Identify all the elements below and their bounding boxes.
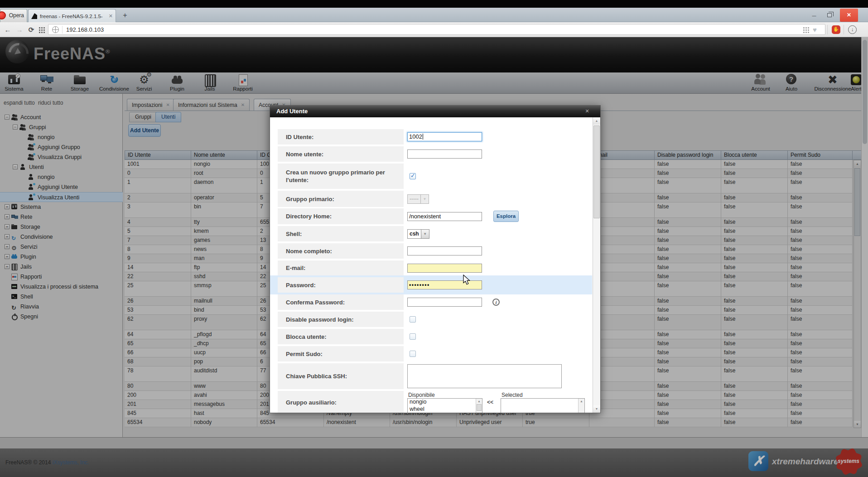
crea-un-nuovo-gruppo-primario-per-l-utente-checkbox[interactable]: [410, 173, 416, 179]
field-label: Nome utente:: [278, 146, 404, 162]
field-label-text: Conferma Password:: [278, 299, 350, 306]
field-label-text: E-mail:: [278, 264, 311, 272]
form-row-shell: Shell:csh: [270, 226, 593, 241]
browser-tab[interactable]: freenas - FreeNAS-9.2.1.5-: [28, 9, 116, 23]
field-label: Blocca utente:: [278, 329, 404, 344]
text-caret: [423, 134, 423, 140]
adblock-badge-icon[interactable]: [832, 25, 840, 34]
window-titlebar: [0, 0, 868, 8]
dialog-scrollbar[interactable]: [593, 117, 600, 413]
reload-icon[interactable]: [26, 25, 36, 34]
list-option[interactable]: nongio: [408, 399, 482, 406]
opera-logo-icon: [0, 11, 6, 19]
download-icon[interactable]: [848, 25, 857, 34]
form-row-conferma-password: Conferma Password:i: [270, 294, 593, 310]
info-icon[interactable]: i: [492, 299, 500, 306]
field-control-zone: [407, 146, 593, 162]
field-control-zone: [407, 363, 593, 389]
browse-button[interactable]: Esplora: [493, 211, 519, 222]
field-label: Password:: [278, 277, 404, 293]
permit-sudo-checkbox[interactable]: [410, 351, 416, 357]
move-left-button[interactable]: <<: [487, 399, 493, 405]
field-label-text: Disable password login:: [278, 316, 359, 323]
gruppo-primario-select[interactable]: -----: [407, 194, 429, 204]
id-utente-input[interactable]: 1002: [407, 132, 482, 141]
chevron-down-icon[interactable]: [421, 229, 429, 239]
opera-menu-button[interactable]: Opera: [0, 9, 27, 22]
tab-title: freenas - FreeNAS-9.2.1.5-: [40, 14, 106, 19]
form-row-gruppo-primario: Gruppo primario:-----: [270, 191, 593, 207]
speed-dial-icon[interactable]: [39, 27, 45, 33]
field-label-text: Directory Home:: [278, 212, 337, 220]
conferma-password-input[interactable]: [407, 298, 482, 307]
form-row-directory-home: Directory Home:/nonexistentEsplora: [270, 208, 593, 224]
mouse-cursor: [463, 275, 471, 285]
form-row-nome-utente: Nome utente:: [270, 146, 593, 162]
e-mail-input[interactable]: [407, 264, 482, 273]
select-value: -----: [407, 194, 421, 204]
listbox-scrollbar[interactable]: [578, 399, 584, 413]
freenas-favicon-icon: [31, 13, 37, 19]
form-row-blocca-utente: Blocca utente:: [270, 329, 593, 344]
field-label-text: Shell:: [278, 230, 307, 238]
field-label: Conferma Password:: [278, 294, 404, 310]
field-control-zone: [407, 260, 593, 275]
field-label: Nome completo:: [278, 243, 404, 259]
available-listbox[interactable]: nongiowheel: [407, 398, 482, 413]
field-control-zone: -----: [407, 191, 593, 207]
scrollbar-thumb[interactable]: [593, 125, 600, 218]
form-row-password: Password:••••••••: [270, 277, 593, 293]
field-control-zone: ••••••••: [407, 277, 593, 293]
form-row-nome-completo: Nome completo:: [270, 243, 593, 259]
url-text[interactable]: 192.168.0.103: [66, 26, 104, 33]
divider: [844, 25, 844, 34]
input-value: /nonexistent: [409, 213, 441, 220]
field-label: Directory Home:: [278, 208, 404, 224]
add-user-dialog: Add Utente ID Utente:1002Nome utente:Cre…: [270, 105, 601, 413]
divider: [827, 25, 828, 34]
field-control-zone: [407, 312, 593, 327]
list-option[interactable]: wheel: [408, 406, 482, 413]
window-close-button[interactable]: [840, 9, 858, 22]
extensions-grid-icon[interactable]: [803, 27, 809, 33]
select-value: csh: [407, 229, 421, 239]
scroll-up-icon[interactable]: [593, 117, 600, 125]
field-label-text: Blocca utente:: [278, 333, 332, 341]
field-label-text: Permit Sudo:: [278, 350, 328, 358]
dialog-title[interactable]: Add Utente: [270, 106, 600, 117]
shell-select[interactable]: csh: [407, 229, 429, 239]
back-icon[interactable]: [3, 25, 13, 34]
opera-menu-label: Opera: [9, 12, 24, 19]
url-field[interactable]: 192.168.0.103: [48, 24, 825, 35]
field-control-zone: [407, 243, 593, 259]
dialog-close-icon[interactable]: [584, 108, 590, 115]
window-minimize-button[interactable]: [808, 12, 820, 20]
window-restore-button[interactable]: [824, 12, 835, 20]
field-label-text: Gruppo primario:: [278, 195, 340, 203]
forward-icon[interactable]: [14, 25, 24, 34]
nome-completo-input[interactable]: [407, 246, 482, 255]
bookmark-heart-icon[interactable]: [813, 26, 817, 34]
blocca-utente-checkbox[interactable]: [410, 333, 416, 340]
selected-listbox[interactable]: [501, 398, 585, 413]
field-label-text: Nome completo:: [278, 247, 338, 255]
disable-password-login-checkbox[interactable]: [410, 316, 416, 323]
field-control-zone: [407, 346, 593, 361]
tab-close-icon[interactable]: [109, 13, 113, 19]
scroll-down-icon[interactable]: [593, 405, 600, 413]
new-tab-button[interactable]: [120, 11, 130, 20]
chevron-down-icon[interactable]: [421, 194, 429, 204]
available-label: Disponibile: [408, 392, 435, 398]
field-control-zone: [407, 164, 593, 189]
field-control-zone: Disponibilenongiowheel<<Selected: [407, 391, 593, 413]
field-control-zone: [407, 329, 593, 344]
form-row-chiave-pubblica-ssh: Chiave Pubblica SSH:: [270, 363, 593, 389]
field-label-text: Chiave Pubblica SSH:: [278, 372, 352, 380]
scrollbar-thumb[interactable]: [477, 404, 482, 411]
field-label: Shell:: [278, 226, 404, 241]
directory-home-input[interactable]: /nonexistent: [407, 212, 482, 221]
nome-utente-input[interactable]: [407, 149, 482, 159]
listbox-scrollbar[interactable]: [476, 399, 482, 413]
field-label-text: ID Utente:: [278, 133, 319, 141]
ssh-key-textarea[interactable]: [407, 364, 562, 388]
